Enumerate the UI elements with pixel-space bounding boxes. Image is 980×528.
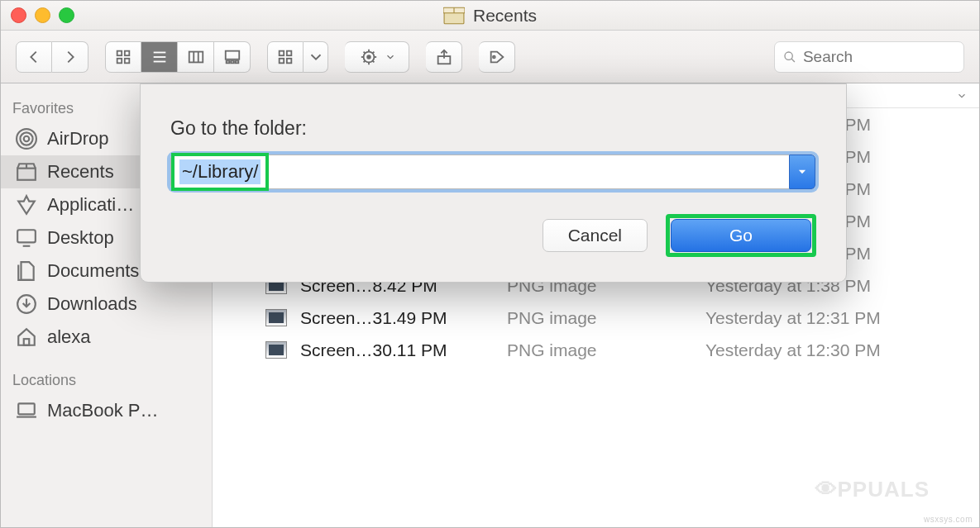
file-thumbnail-icon bbox=[265, 309, 287, 326]
svg-line-29 bbox=[363, 60, 365, 62]
sidebar-item-home[interactable]: alexa bbox=[1, 321, 212, 354]
folder-path-value: ~/Library/ bbox=[179, 159, 261, 184]
file-date: Yesterday at 12:31 PM bbox=[705, 308, 881, 328]
nav-buttons bbox=[16, 41, 88, 73]
svg-rect-10 bbox=[189, 51, 203, 62]
search-icon bbox=[783, 50, 796, 64]
column-view-button[interactable] bbox=[178, 41, 214, 73]
sidebar-item-label: Applicati… bbox=[47, 194, 134, 216]
svg-rect-46 bbox=[18, 403, 35, 414]
back-button[interactable] bbox=[16, 41, 52, 73]
svg-rect-0 bbox=[444, 12, 464, 23]
chevron-down-icon bbox=[304, 41, 328, 73]
source-watermark: wsxsys.com bbox=[924, 515, 973, 524]
forward-button[interactable] bbox=[52, 41, 88, 73]
toolbar bbox=[1, 31, 979, 83]
svg-line-35 bbox=[791, 58, 795, 61]
sidebar-item-label: AirDrop bbox=[47, 128, 109, 150]
desktop-icon bbox=[16, 227, 37, 249]
svg-rect-3 bbox=[117, 50, 122, 55]
file-date: Yesterday at 12:30 PM bbox=[705, 340, 881, 360]
svg-rect-4 bbox=[125, 50, 130, 55]
downloads-icon bbox=[16, 293, 37, 315]
svg-rect-14 bbox=[226, 60, 229, 63]
file-row[interactable]: Screen…30.11 PMPNG imageYesterday at 12:… bbox=[213, 334, 979, 366]
svg-point-37 bbox=[20, 132, 32, 145]
sidebar-item-label: Documents bbox=[47, 260, 139, 282]
home-icon bbox=[16, 326, 37, 348]
sidebar-item-downloads[interactable]: Downloads bbox=[1, 288, 212, 321]
recents-icon bbox=[16, 161, 37, 183]
sidebar-item-label: Downloads bbox=[47, 293, 137, 315]
svg-rect-45 bbox=[24, 339, 30, 345]
file-kind: PNG image bbox=[507, 308, 705, 328]
icon-view-button[interactable] bbox=[105, 41, 141, 73]
action-menu-button[interactable] bbox=[345, 41, 409, 73]
svg-rect-17 bbox=[280, 50, 284, 55]
folder-path-combobox[interactable]: ~/Library/ bbox=[170, 155, 815, 189]
svg-rect-41 bbox=[17, 230, 36, 242]
group-by-icon bbox=[267, 41, 304, 73]
svg-rect-5 bbox=[117, 58, 122, 63]
chevron-down-icon bbox=[956, 90, 968, 102]
gallery-view-button[interactable] bbox=[214, 41, 251, 73]
go-button[interactable]: Go bbox=[671, 219, 811, 252]
applications-icon bbox=[16, 194, 37, 216]
close-window-button[interactable] bbox=[11, 7, 26, 23]
brand-watermark: 👁PPUALS bbox=[815, 477, 930, 502]
file-kind: PNG image bbox=[507, 340, 705, 360]
file-row[interactable]: Screen…31.49 PMPNG imageYesterday at 12:… bbox=[213, 302, 979, 334]
tags-button[interactable] bbox=[479, 41, 515, 73]
combobox-dropdown-button[interactable] bbox=[789, 155, 815, 189]
svg-rect-1 bbox=[443, 7, 465, 13]
list-view-button[interactable] bbox=[141, 41, 178, 73]
file-thumbnail-icon bbox=[265, 341, 287, 359]
dialog-prompt: Go to the folder: bbox=[170, 117, 816, 140]
share-button[interactable] bbox=[426, 41, 462, 73]
recents-title-icon bbox=[443, 7, 465, 25]
svg-marker-48 bbox=[799, 170, 806, 174]
titlebar: Recents bbox=[1, 1, 979, 31]
sidebar-section-locations: Locations bbox=[1, 365, 212, 394]
svg-rect-6 bbox=[125, 58, 130, 63]
svg-rect-15 bbox=[231, 60, 234, 63]
sidebar-item-label: alexa bbox=[47, 326, 91, 348]
svg-rect-20 bbox=[287, 58, 292, 63]
file-name: Screen…31.49 PM bbox=[300, 308, 507, 328]
svg-line-30 bbox=[372, 51, 374, 53]
view-buttons bbox=[105, 41, 251, 73]
go-button-highlight: Go bbox=[666, 214, 816, 257]
folder-path-input[interactable]: ~/Library/ bbox=[170, 155, 789, 189]
sidebar-item-macbook[interactable]: MacBook P… bbox=[1, 394, 212, 427]
search-input[interactable] bbox=[803, 48, 955, 66]
group-by-control[interactable] bbox=[267, 41, 328, 73]
traffic-lights bbox=[11, 7, 74, 23]
svg-point-22 bbox=[367, 55, 370, 59]
svg-point-36 bbox=[24, 136, 30, 142]
file-name: Screen…30.11 PM bbox=[300, 340, 507, 360]
sidebar-item-label: MacBook P… bbox=[47, 400, 159, 421]
svg-point-34 bbox=[785, 52, 792, 59]
svg-point-33 bbox=[492, 55, 495, 58]
laptop-icon bbox=[16, 400, 37, 421]
finder-window: Recents Favorites bbox=[0, 0, 980, 528]
window-title: Recents bbox=[473, 6, 537, 26]
svg-rect-39 bbox=[17, 169, 36, 180]
svg-line-27 bbox=[363, 51, 365, 53]
sidebar-item-label: Recents bbox=[47, 161, 114, 183]
svg-rect-13 bbox=[225, 50, 239, 59]
minimize-window-button[interactable] bbox=[35, 7, 50, 23]
documents-icon bbox=[16, 260, 37, 282]
cancel-button[interactable]: Cancel bbox=[543, 219, 648, 252]
airdrop-icon bbox=[16, 128, 37, 150]
svg-rect-16 bbox=[235, 60, 238, 63]
search-field[interactable] bbox=[774, 41, 964, 73]
svg-line-28 bbox=[372, 60, 374, 62]
svg-rect-19 bbox=[280, 58, 284, 63]
sidebar-item-label: Desktop bbox=[47, 227, 114, 249]
chevron-down-icon bbox=[796, 166, 808, 178]
svg-rect-18 bbox=[287, 50, 292, 55]
zoom-window-button[interactable] bbox=[59, 7, 74, 23]
go-to-folder-dialog: Go to the folder: ~/Library/ Cancel Go bbox=[140, 83, 847, 283]
